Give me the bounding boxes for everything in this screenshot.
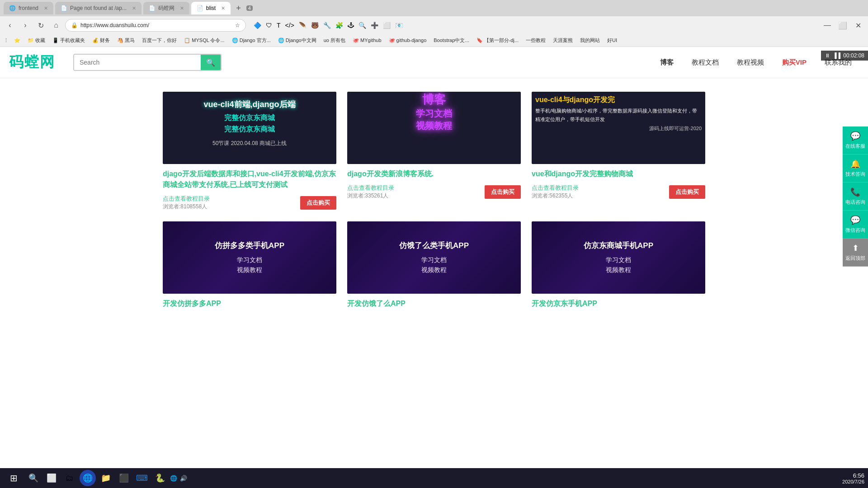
bookmark-star-icon[interactable]: ☆ [235,22,240,28]
chat-icon: 💬 [850,131,860,141]
card-6-title: 开发仿京东手机APP [532,298,705,309]
shield-icon[interactable]: 🛡 [264,21,274,30]
card-2[interactable]: 博客 学习文档 视频教程 djago开发类新浪博客系统. 点击查看教程目录 浏览… [347,92,521,211]
card-3-header: vue-cli4与django开发完 [535,95,702,105]
bm-star-icon[interactable]: ⭐ [12,37,22,44]
card-1-meta: 50节课 2020.04.08 商城已上线 [170,140,329,147]
bm-django-cn[interactable]: 🌐 Django中文网 [276,36,318,45]
card-6[interactable]: 仿京东商城手机APP 学习文档 视频教程 开发仿京东手机APP [532,221,705,309]
bm-tutorials[interactable]: 一些教程 [524,36,547,45]
card-1-image: vue-cli4前端,django后端 完整仿京东商城 完整仿京东商城 50节课… [163,92,336,164]
main-content: vue-cli4前端,django后端 完整仿京东商城 完整仿京东商城 50节课… [0,78,868,323]
pause-icon[interactable]: ⏸ [825,52,830,59]
nav-docs[interactable]: 教程文档 [684,55,726,70]
reload-button[interactable]: ↻ [34,19,47,32]
card-1-catalog[interactable]: 点击查看教程目录 [163,195,210,203]
bm-goodui[interactable]: 好UI [605,36,619,45]
tab-blist[interactable]: 📄 blist ✕ [191,2,231,14]
joystick-icon[interactable]: 🕹 [346,21,355,30]
bm-bootstrap[interactable]: Bootstrap中文... [432,36,471,45]
ext2-icon[interactable]: ⬜ [382,21,392,30]
bear-icon[interactable]: 🐻 [310,21,320,30]
wechat-support-button[interactable]: 💬 微信咨询 [843,211,868,239]
tab-frontend[interactable]: 🌐 frontend ✕ [4,2,53,14]
card-6-app-title: 仿京东商城手机APP [584,240,653,251]
card-3-body: 整手机/电脑购物商城/小程序，带完整数据库源码接入微信登陆和支付，带精准定位用户… [535,107,702,123]
tab-close-btn[interactable]: ✕ [180,5,184,11]
site-logo[interactable]: 码螳网 [9,52,55,72]
tab-label: Page not found at /ap... [70,5,127,11]
card-2-buy-button[interactable]: 点击购买 [485,185,521,199]
back-button[interactable]: ‹ [4,19,16,32]
card-3[interactable]: vue-cli4与django开发完 整手机/电脑购物商城/小程序，带完整数据库… [532,92,705,211]
back-to-top-button[interactable]: ⬆ 返回顶部 [843,239,868,267]
card-4[interactable]: 仿拼多多类手机APP 学习文档 视频教程 开发仿拼多多APP [163,221,336,309]
card-2-line2: 学习文档 [347,108,521,120]
bm-baidu[interactable]: 百度一下，你好 [140,36,179,45]
search-input[interactable] [74,55,201,70]
bm-heima[interactable]: 🐴 黑马 [115,36,137,45]
feather-icon[interactable]: 🪶 [297,21,308,30]
nav-video[interactable]: 教程视频 [730,55,771,70]
card-3-buy-button[interactable]: 点击购买 [669,185,705,199]
tech-support-button[interactable]: 🔔 技术答询 [843,155,868,183]
phone-support-button[interactable]: 📞 电话咨询 [843,183,868,211]
bookmarks-chevron-icon[interactable]: ⋮ [4,38,9,43]
card-2-line1: 博客 [347,92,521,108]
bm-mygithub[interactable]: 🐙 MYgithub [351,37,383,44]
bm-all-pkg[interactable]: uo 所有包 [322,36,347,45]
code-icon[interactable]: </> [284,21,296,30]
card-1-title: djago开发后端数据库和接口,vue-cli4开发前端,仿京东商城全站带支付系… [163,169,336,190]
online-support-button[interactable]: 💬 在线客服 [843,127,868,155]
search-button[interactable]: 🔍 [201,55,221,70]
card-4-title: 开发仿拼多多APP [163,298,336,309]
bm-finance[interactable]: 💰 财务 [90,36,112,45]
video-timer: ⏸ ▐▐ 00:02:08 [821,51,868,61]
ext3-icon[interactable]: 📧 [394,21,404,30]
bm-django-official[interactable]: 🌐 Django 官方... [230,36,273,45]
bm-mysite[interactable]: 我的网站 [578,36,602,45]
card-2-footer: 点击查看教程目录 浏览者:335261人 点击购买 [347,184,521,200]
toolbar-icons: 🔷 🛡 T </> 🪶 🐻 🔧 🧩 🕹 🔍 ➕ ⬜ 📧 [249,21,818,30]
tab-close-btn[interactable]: ✕ [221,5,225,11]
home-button[interactable]: ⌂ [50,19,62,32]
tab-mabang[interactable]: 📄 码螳网 ✕ [143,2,189,14]
lock-icon: 🔒 [71,22,78,28]
extensions-icon[interactable]: 🔷 [252,21,263,30]
card-2-catalog[interactable]: 点击查看教程目录 [347,184,394,192]
address-box[interactable]: 🔒 https://www.duanshuilu.com/ ☆ [65,19,246,32]
nav-blog[interactable]: 博客 [653,55,681,70]
plus-icon[interactable]: ➕ [369,21,380,30]
bm-github-django[interactable]: 🐙 github-django [387,37,429,44]
restore-button[interactable]: ⬜ [836,19,849,32]
card-3-image: vue-cli4与django开发完 整手机/电脑购物商城/小程序，带完整数据库… [532,92,705,164]
search-icon2[interactable]: 🔍 [357,21,368,30]
card-2-line3: 视频教程 [347,120,521,132]
card-1-title1: vue-cli4前端,django后端 [170,99,329,110]
close-window-button[interactable]: ✕ [852,19,864,32]
bm-mysql[interactable]: 📋 MYSQL 令令... [182,36,226,45]
tab-close-btn[interactable]: ✕ [132,5,136,11]
forward-button[interactable]: › [19,19,32,32]
tab-close-btn[interactable]: ✕ [44,5,48,11]
bm-first-part[interactable]: 🔖 【第一部分-dj... [475,36,520,45]
card-5[interactable]: 仿饿了么类手机APP 学习文档 视频教程 开发仿饿了么APP [347,221,521,309]
bm-tianya[interactable]: 天涯案熊 [551,36,575,45]
address-bar-row: ‹ › ↻ ⌂ 🔒 https://www.duanshuilu.com/ ☆ … [0,16,868,34]
card-1[interactable]: vue-cli4前端,django后端 完整仿京东商城 完整仿京东商城 50节课… [163,92,336,211]
phone-support-label: 电话咨询 [845,199,865,206]
card-1-buy-button[interactable]: 点击购买 [300,196,336,210]
puzzle-icon[interactable]: 🧩 [334,21,344,30]
card-3-catalog[interactable]: 点击查看教程目录 [532,184,579,192]
bm-phone[interactable]: 📱 手机收藏夹 [51,36,87,45]
tools-icon[interactable]: 🔧 [322,21,332,30]
tab-notfound[interactable]: 📄 Page not found at /ap... ✕ [55,2,142,14]
bm-shoucang[interactable]: 📁 收藏 [26,36,47,45]
card-1-title2: 完整仿京东商城 [170,113,329,123]
card-4-app-title: 仿拼多多类手机APP [215,240,284,251]
minimize-button[interactable]: — [821,19,834,32]
tab-label: 码螳网 [158,5,175,12]
t-icon[interactable]: T [275,21,282,30]
nav-vip[interactable]: 购买VIP [775,55,814,70]
new-tab-button[interactable]: + [232,4,245,13]
